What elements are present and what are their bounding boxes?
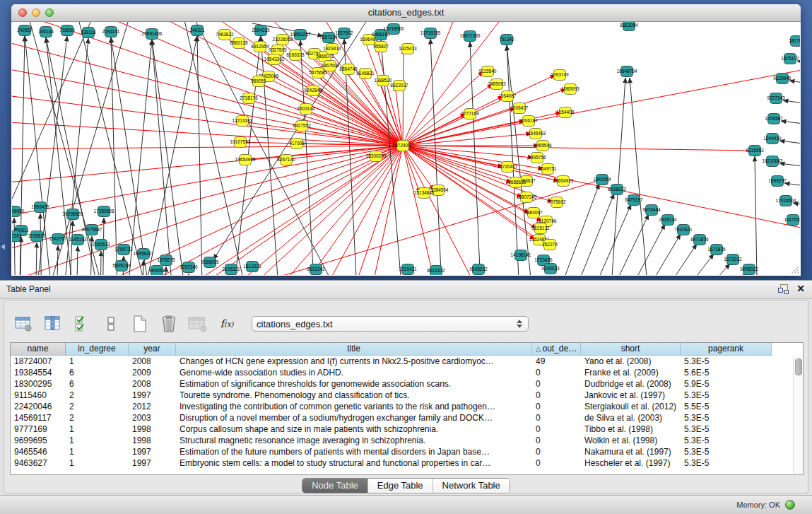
table-cell[interactable]: 0 [532, 401, 581, 412]
column-header-year[interactable]: year [129, 343, 176, 356]
close-panel-icon[interactable]: ✕ [796, 284, 805, 293]
graph-node[interactable]: 2105321 [222, 264, 240, 275]
graph-node[interactable]: 10107553 [230, 137, 251, 148]
table-cell[interactable]: 6 [66, 367, 129, 378]
graph-node[interactable]: 8186328 [286, 50, 305, 61]
graph-node[interactable]: 20891406 [142, 29, 163, 40]
table-cell[interactable]: Estimation of the future numbers of pati… [176, 446, 532, 457]
table-cell[interactable]: 2008 [129, 378, 176, 390]
tab-edge-table[interactable]: Edge Table [367, 479, 433, 493]
graph-node[interactable]: 9227343 [767, 93, 785, 104]
graph-node[interactable]: 1325413 [399, 44, 417, 54]
table-cell[interactable]: 18300295 [11, 378, 66, 390]
table-cell[interactable]: Stergiakouli et al. (2012) [581, 401, 681, 412]
graph-node[interactable]: 7485083 [488, 79, 506, 90]
table-row[interactable]: 969969511998Structural magnetic resonanc… [11, 435, 794, 446]
table-cell[interactable]: 5.3E-5 [681, 424, 772, 435]
column-header-title[interactable]: title [176, 343, 532, 356]
table-cell[interactable]: Nakamura et al. (1997) [581, 446, 681, 457]
table-cell[interactable]: 1998 [129, 435, 176, 446]
network-window[interactable]: citations_edges.txt 18724007746382288601… [11, 4, 801, 276]
graph-node[interactable]: 16671355 [460, 31, 481, 42]
graph-node[interactable]: 8813054 [620, 22, 638, 31]
graph-node[interactable]: 249311 [189, 25, 205, 36]
graph-node[interactable]: 8612312 [427, 266, 445, 276]
table-cell[interactable]: Changes of HCN gene expression and I(f) … [176, 356, 532, 367]
table-cell[interactable]: Estimation of significance thresholds fo… [176, 378, 532, 390]
table-cell[interactable]: 5.9E-5 [681, 378, 772, 390]
graph-node[interactable]: 1154408 [557, 107, 575, 118]
graph-node[interactable]: 239118 [81, 28, 96, 38]
graph-node[interactable]: 7975692 [548, 197, 566, 208]
column-header-short[interactable]: short [581, 343, 681, 356]
table-cell[interactable]: 1 [66, 457, 129, 469]
table-cell[interactable]: 1 [66, 435, 129, 446]
graph-node[interactable]: 9186905 [201, 257, 219, 268]
column-header-pagerank[interactable]: pagerank [681, 343, 772, 356]
table-scrollbar-thumb[interactable] [795, 358, 802, 375]
graph-node[interactable]: 1795723 [114, 245, 133, 255]
table-cell[interactable]: 1997 [129, 390, 176, 401]
graph-node[interactable]: 1840954 [593, 175, 611, 185]
graph-node[interactable]: 3206187 [519, 116, 538, 127]
graph-node[interactable]: 17359928 [94, 206, 114, 217]
graph-node[interactable]: 1527602 [335, 28, 353, 39]
table-cell[interactable]: 2009 [129, 367, 176, 378]
graph-node[interactable]: 2091141 [102, 27, 120, 37]
table-cell[interactable]: 2003 [129, 412, 176, 424]
graph-node[interactable]: 5495756 [528, 153, 546, 163]
table-cell[interactable]: 1998 [129, 424, 176, 435]
graph-node[interactable]: 8854749 [339, 64, 358, 75]
table-cell[interactable]: Disruption of a novel member of a sodium… [176, 412, 532, 424]
graph-node[interactable]: 1209387 [765, 114, 783, 124]
table-row[interactable]: 977716911998Corpus callosum shape and si… [11, 424, 794, 435]
graph-node[interactable]: 955827 [373, 42, 389, 52]
select-rows-icon[interactable] [72, 315, 92, 333]
graph-node[interactable]: 9245022 [740, 264, 758, 275]
table-cell[interactable]: 0 [532, 457, 581, 469]
table-cell[interactable]: 1 [66, 356, 129, 367]
table-cell[interactable]: 9699695 [11, 435, 66, 446]
graph-node[interactable]: 1106427 [511, 103, 529, 114]
graph-node[interactable]: 9474444 [642, 205, 661, 216]
delete-icon[interactable] [159, 315, 179, 333]
column-header-name[interactable]: name [11, 343, 66, 356]
table-row[interactable]: 2242004622012Investigating the contribut… [11, 401, 794, 412]
table-cell[interactable]: 5.3E-5 [681, 412, 772, 424]
graph-node[interactable]: 1519421 [399, 264, 417, 275]
table-cell[interactable]: 49 [532, 356, 581, 367]
graph-node[interactable]: 20206526 [63, 209, 83, 220]
graph-node[interactable]: 8215953 [746, 146, 764, 156]
table-cell[interactable]: 2008 [129, 356, 176, 367]
graph-node[interactable]: 2935114 [659, 215, 677, 226]
table-cell[interactable]: Genome-wide association studies in ADHD. [176, 367, 532, 378]
table-cell[interactable]: de Silva et al. (2003) [581, 412, 681, 424]
table-cell[interactable]: 5.6E-5 [681, 367, 772, 378]
graph-node[interactable]: 26206950 [12, 206, 25, 217]
table-cell[interactable]: Structural magnetic resonance image aver… [176, 435, 532, 446]
resize-grip-icon[interactable] [792, 267, 799, 274]
graph-node[interactable]: 9115540 [479, 66, 497, 77]
table-row[interactable]: 946362711997Embryonic stem cells: a mode… [11, 457, 794, 469]
graph-node[interactable]: 751342 [499, 35, 514, 45]
graph-node[interactable]: 8322037 [390, 81, 408, 91]
column-header-in_degree[interactable]: in_degree [66, 343, 129, 356]
graph-node[interactable]: 1244419 [763, 134, 782, 144]
graph-node[interactable]: 15720407 [498, 162, 518, 173]
table-cell[interactable]: 0 [532, 424, 581, 435]
table-cell[interactable]: 19384554 [11, 367, 66, 378]
graph-node[interactable]: 8549751 [539, 164, 557, 175]
table-cell[interactable]: Investigating the contribution of common… [176, 401, 532, 412]
graph-node[interactable]: 8938923 [608, 185, 626, 195]
graph-node[interactable]: 11545493 [526, 129, 546, 139]
graph-node[interactable]: 1599297 [768, 176, 787, 187]
new-document-icon[interactable] [130, 315, 150, 333]
graph-node[interactable]: 718696 [59, 25, 75, 36]
table-cell[interactable]: 5.3E-5 [681, 457, 772, 469]
table-cell[interactable]: 5.3E-5 [681, 435, 772, 446]
table-cell[interactable]: 1997 [129, 446, 176, 457]
graph-node[interactable]: 240557 [17, 25, 33, 36]
column-header-out_de[interactable]: △out_de… [532, 343, 581, 356]
select-columns-icon[interactable] [43, 315, 63, 333]
panel-collapse-arrow-icon[interactable] [1, 244, 5, 250]
